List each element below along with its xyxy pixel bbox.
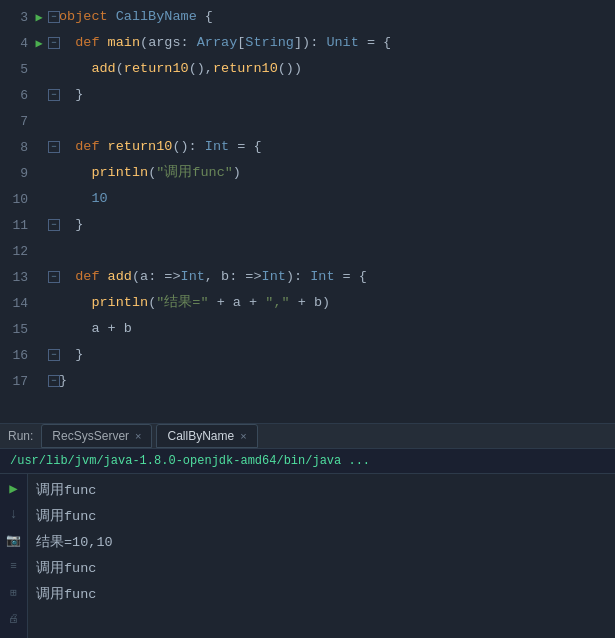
token: CallByName bbox=[116, 9, 197, 24]
line-number: 15 bbox=[4, 322, 28, 337]
token: ) bbox=[322, 295, 330, 310]
line-content: println("调用func") bbox=[55, 160, 615, 186]
code-line: 17−} bbox=[0, 368, 615, 394]
code-line: 16− } bbox=[0, 342, 615, 368]
code-line: 3▶−object CallByName { bbox=[0, 4, 615, 30]
token: ()) bbox=[278, 61, 302, 76]
play-icon[interactable]: ▶ bbox=[4, 478, 24, 498]
line-content: a + b bbox=[55, 316, 615, 342]
token: ) bbox=[233, 165, 241, 180]
tab-close-icon[interactable]: × bbox=[240, 430, 246, 442]
run-icons: ▶ ↓ 📷 ≡ ⊞ 🖨 🗑 bbox=[0, 474, 28, 638]
breakpoint-arrow[interactable]: ▶ bbox=[32, 10, 46, 24]
breakpoint-arrow[interactable] bbox=[32, 374, 46, 388]
breakpoint-arrow[interactable] bbox=[32, 348, 46, 362]
breakpoint-arrow[interactable] bbox=[32, 88, 46, 102]
token: : => bbox=[229, 269, 261, 284]
token: ( bbox=[116, 61, 124, 76]
breakpoint-arrow[interactable] bbox=[32, 322, 46, 336]
breakpoint-arrow[interactable] bbox=[32, 114, 46, 128]
tab-close-icon[interactable]: × bbox=[135, 430, 141, 442]
camera-icon[interactable]: 📷 bbox=[4, 530, 24, 550]
output-line: 调用func bbox=[36, 478, 607, 504]
token: = { bbox=[229, 139, 261, 154]
token: + bbox=[100, 321, 124, 336]
code-line: 14 println("结果=" + a + "," + b) bbox=[0, 290, 615, 316]
line-number: 11 bbox=[4, 218, 28, 233]
line-content: println("结果=" + a + "," + b) bbox=[55, 290, 615, 316]
run-tab[interactable]: RecSysServer× bbox=[41, 424, 152, 448]
breakpoint-arrow[interactable]: ▶ bbox=[32, 36, 46, 50]
run-label: Run: bbox=[8, 429, 33, 443]
run-tab[interactable]: CallByName× bbox=[156, 424, 257, 448]
code-line: 4▶− def main(args: Array[String]): Unit … bbox=[0, 30, 615, 56]
token: b bbox=[221, 269, 229, 284]
output-line: 调用func bbox=[36, 504, 607, 530]
breakpoint-arrow[interactable] bbox=[32, 270, 46, 284]
breakpoint-arrow[interactable] bbox=[32, 140, 46, 154]
token: main bbox=[108, 35, 140, 50]
token: } bbox=[59, 347, 83, 362]
token: def bbox=[59, 35, 108, 50]
tab-label: RecSysServer bbox=[52, 429, 129, 443]
token: return10 bbox=[124, 61, 189, 76]
run-toolbar: /usr/lib/jvm/java-1.8.0-openjdk-amd64/bi… bbox=[0, 449, 615, 474]
code-line: 9 println("调用func") bbox=[0, 160, 615, 186]
breakpoint-arrow[interactable] bbox=[32, 218, 46, 232]
breakpoint-arrow[interactable] bbox=[32, 244, 46, 258]
run-area: Run: RecSysServer×CallByName× /usr/lib/j… bbox=[0, 423, 615, 638]
code-line: 8− def return10(): Int = { bbox=[0, 134, 615, 160]
line-content: } bbox=[55, 212, 615, 238]
token: (), bbox=[189, 61, 213, 76]
token: println bbox=[59, 165, 148, 180]
breakpoint-arrow[interactable] bbox=[32, 192, 46, 206]
arrow-icon: ▶ bbox=[35, 10, 42, 25]
breakpoint-arrow[interactable] bbox=[32, 62, 46, 76]
grid-icon[interactable]: ⊞ bbox=[4, 582, 24, 602]
token: : => bbox=[148, 269, 180, 284]
token: , bbox=[205, 269, 221, 284]
token: { bbox=[197, 9, 213, 24]
code-line: 7 bbox=[0, 108, 615, 134]
token: ( bbox=[132, 269, 140, 284]
token: "," bbox=[265, 295, 289, 310]
run-path: /usr/lib/jvm/java-1.8.0-openjdk-amd64/bi… bbox=[4, 451, 611, 471]
down-icon[interactable]: ↓ bbox=[4, 504, 24, 524]
token: Int bbox=[262, 269, 286, 284]
token: } bbox=[59, 373, 67, 388]
line-content: } bbox=[55, 368, 615, 394]
line-number: 8 bbox=[4, 140, 28, 155]
tab-label: CallByName bbox=[167, 429, 234, 443]
line-number: 10 bbox=[4, 192, 28, 207]
token: = { bbox=[359, 35, 391, 50]
line-number: 17 bbox=[4, 374, 28, 389]
line-content: def add(a: =>Int, b: =>Int): Int = { bbox=[55, 264, 615, 290]
code-line: 15 a + b bbox=[0, 316, 615, 342]
trash-icon[interactable]: 🗑 bbox=[4, 634, 24, 638]
line-number: 16 bbox=[4, 348, 28, 363]
line-number: 13 bbox=[4, 270, 28, 285]
token: ]): bbox=[294, 35, 326, 50]
print-icon[interactable]: 🖨 bbox=[4, 608, 24, 628]
token: + bbox=[241, 295, 265, 310]
line-content: 10 bbox=[55, 186, 615, 212]
line-number: 4 bbox=[4, 36, 28, 51]
line-content: def main(args: Array[String]): Unit = { bbox=[55, 30, 615, 56]
token: object bbox=[59, 9, 116, 24]
token: (): bbox=[172, 139, 204, 154]
line-number: 9 bbox=[4, 166, 28, 181]
run-tabs: Run: RecSysServer×CallByName× bbox=[0, 424, 615, 449]
breakpoint-arrow[interactable] bbox=[32, 166, 46, 180]
line-number: 14 bbox=[4, 296, 28, 311]
token: a bbox=[59, 321, 100, 336]
line-number: 12 bbox=[4, 244, 28, 259]
line-number: 7 bbox=[4, 114, 28, 129]
token: "结果=" bbox=[156, 295, 208, 310]
token: "调用func" bbox=[156, 165, 233, 180]
token: def bbox=[59, 269, 108, 284]
token: ( bbox=[140, 35, 148, 50]
token: 10 bbox=[59, 191, 108, 206]
token: + bbox=[209, 295, 233, 310]
list-icon[interactable]: ≡ bbox=[4, 556, 24, 576]
breakpoint-arrow[interactable] bbox=[32, 296, 46, 310]
